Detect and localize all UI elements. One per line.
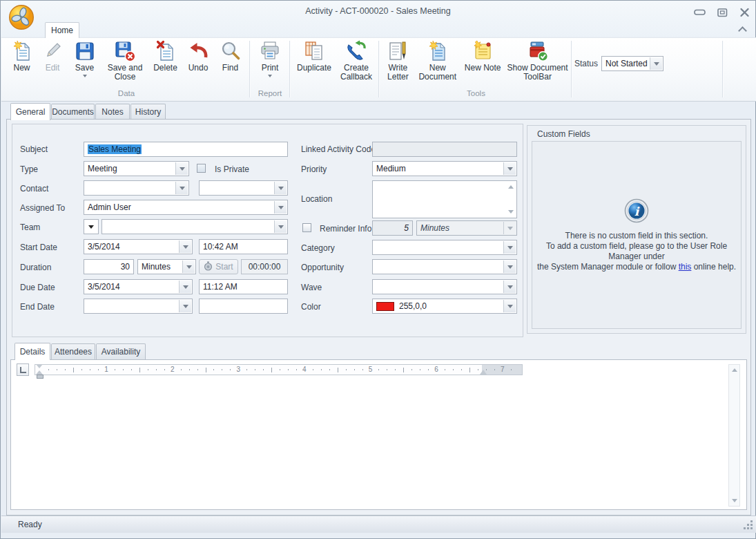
location-textarea[interactable] [372,180,517,218]
new-document-icon [427,40,449,62]
left-indent-marker[interactable] [37,375,43,379]
team-selector-button[interactable] [84,219,99,234]
group-label-data: Data [5,89,248,97]
is-private-checkbox[interactable] [197,164,206,173]
assigned-to-dropdown-button[interactable] [274,201,287,214]
details-vertical-scrollbar[interactable] [728,364,740,507]
ruler-tick [164,369,165,370]
due-date-picker[interactable]: 3/5/2014 [84,279,193,294]
right-indent-marker[interactable] [480,370,487,375]
duration-unit-dropdown-button[interactable] [182,261,195,273]
ribbon-separator [249,41,250,97]
color-dropdown-button[interactable] [503,300,516,312]
contact-combobox[interactable] [84,180,189,196]
online-help-link[interactable]: this [679,262,692,272]
end-date-picker[interactable] [84,299,193,314]
location-scroll-up-icon[interactable] [508,185,514,189]
start-date-dropdown-button[interactable] [179,240,191,253]
scroll-down-icon[interactable] [732,499,737,502]
duplicate-button[interactable]: Duplicate [294,40,334,73]
find-button[interactable]: Find [215,40,246,73]
resize-grip[interactable] [750,520,753,522]
status-dropdown-button[interactable] [650,57,662,70]
scroll-up-icon[interactable] [732,368,737,372]
ruler-tick [246,369,247,370]
assigned-to-combobox[interactable]: Admin User [84,200,288,215]
status-combobox[interactable]: Not Started [601,56,663,71]
undo-icon [187,40,209,62]
ruler-tick [48,369,49,370]
reminder-value-input: 5 [372,220,413,236]
contact-secondary-combobox[interactable] [199,180,288,196]
duration-unit-combobox[interactable]: Minutes [137,259,196,274]
tab-documents[interactable]: Documents [51,104,95,120]
start-date-picker[interactable]: 3/5/2014 [84,239,193,254]
new-document-button[interactable]: New Document [415,40,461,82]
save-dropdown-caret[interactable] [83,75,87,77]
type-dropdown-button[interactable] [175,162,188,175]
team-dropdown-button[interactable] [274,220,287,233]
first-line-indent-marker[interactable] [36,364,43,368]
save-button[interactable]: Save [68,40,101,77]
ruler-tick [288,369,289,370]
save-and-close-button[interactable]: Save and Close [103,40,147,82]
undo-button[interactable]: Undo [184,40,213,73]
type-combobox[interactable]: Meeting [84,161,189,176]
ruler-tick [222,369,222,370]
category-dropdown-button[interactable] [503,241,516,254]
tab-history[interactable]: History [130,104,166,120]
ruler-tick [81,369,82,370]
due-date-dropdown-button[interactable] [179,281,191,293]
wave-combobox[interactable] [372,279,517,294]
ribbon-group-tools: Write Letter New Document New Note Show … [381,40,571,82]
edit-button[interactable]: Edit [39,40,66,73]
start-time-input[interactable]: 10:42 AM [199,239,288,254]
tab-general[interactable]: General [10,103,50,120]
reminder-checkbox[interactable] [302,223,311,232]
color-combobox[interactable]: 255,0,0 [372,299,517,314]
tab-notes[interactable]: Notes [95,104,130,120]
reminder-label: Reminder Info [320,224,371,234]
write-letter-button[interactable]: Write Letter [382,40,414,82]
contact-secondary-dropdown-button[interactable] [274,182,287,194]
opportunity-combobox[interactable] [372,259,517,274]
create-callback-button[interactable]: Create Callback [336,40,376,82]
timer-start-button[interactable]: Start [199,259,238,274]
print-dropdown-caret[interactable] [268,75,272,77]
ruler-tick [461,369,462,370]
collapse-ribbon-icon[interactable] [738,26,746,32]
subject-label: Subject [20,144,48,154]
print-button[interactable]: Print [253,40,287,77]
subject-input[interactable]: Sales Meeting [84,142,288,157]
priority-combobox[interactable]: Medium [372,161,517,176]
end-time-input[interactable] [199,299,288,314]
contact-dropdown-button[interactable] [175,182,188,194]
new-button[interactable]: New [7,40,37,73]
minimize-button[interactable] [693,7,707,18]
ruler-band[interactable]: 1234567 [35,364,523,375]
restore-button[interactable] [715,7,729,18]
tab-stop-selector[interactable] [17,363,29,376]
category-combobox[interactable] [372,240,517,255]
ribbon-separator [571,41,572,97]
app-logo-icon[interactable] [8,4,35,30]
new-note-button[interactable]: New Note [461,40,504,73]
show-document-toolbar-button[interactable]: Show Document ToolBar [505,40,570,82]
close-button[interactable] [737,7,751,18]
tab-details[interactable]: Details [14,343,50,360]
opportunity-dropdown-button[interactable] [503,261,516,273]
location-scroll-down-icon[interactable] [508,210,514,214]
details-editor[interactable]: 1234567 [10,359,747,510]
team-combobox[interactable] [101,219,288,234]
priority-dropdown-button[interactable] [503,162,516,175]
duration-value-input[interactable]: 30 [84,259,134,274]
tab-availability[interactable]: Availability [96,343,146,359]
end-date-dropdown-button[interactable] [179,300,191,312]
location-label: Location [301,194,332,204]
ribbon-tab-home[interactable]: Home [45,22,79,38]
ruler-tick [494,369,495,370]
wave-dropdown-button[interactable] [503,281,516,293]
tab-attendees[interactable]: Attendees [51,343,95,359]
delete-button[interactable]: Delete [149,40,182,73]
due-time-input[interactable]: 11:12 AM [199,279,288,294]
